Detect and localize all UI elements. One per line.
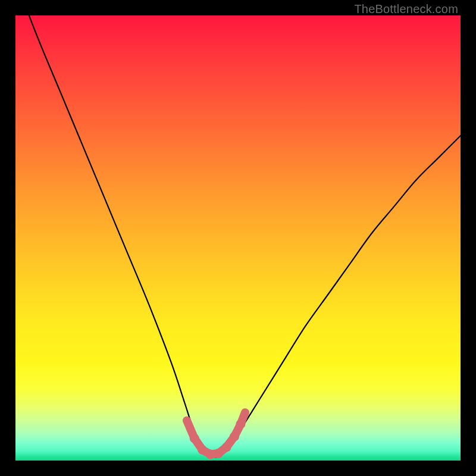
bottleneck-curve-path — [15, 15, 461, 457]
watermark-text: TheBottleneck.com — [354, 2, 458, 16]
plot-area — [15, 15, 461, 461]
optimal-range-dot — [222, 443, 231, 452]
optimal-range-dot — [230, 432, 239, 441]
optimal-range-dot — [190, 434, 199, 443]
optimal-range-dot — [242, 409, 249, 416]
optimal-range-dot — [206, 450, 215, 459]
optimal-range-markers — [183, 409, 249, 459]
optimal-range-dot — [214, 449, 223, 458]
curve-layer — [15, 15, 461, 457]
chart-frame: TheBottleneck.com — [0, 0, 476, 476]
optimal-range-dot — [198, 445, 207, 455]
optimal-range-dot — [236, 419, 245, 429]
optimal-range-dot — [183, 417, 190, 424]
bottleneck-curve-svg — [15, 15, 461, 461]
